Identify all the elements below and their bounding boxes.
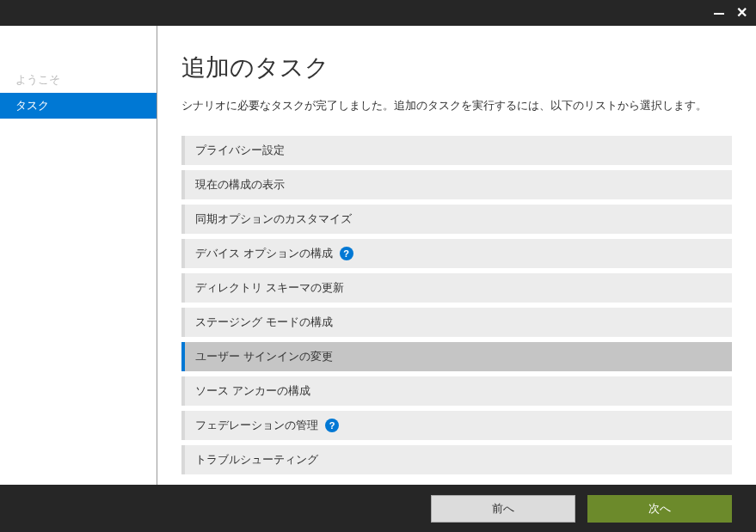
task-item-0[interactable]: プライバシー設定 — [181, 136, 732, 165]
task-item-label: ソース アンカーの構成 — [195, 383, 310, 399]
help-icon[interactable]: ? — [340, 247, 353, 260]
page-description: シナリオに必要なタスクが完了しました。追加のタスクを実行するには、以下のリストか… — [181, 98, 732, 113]
task-item-1[interactable]: 現在の構成の表示 — [181, 170, 732, 199]
task-item-6[interactable]: ユーザー サインインの変更 — [181, 342, 732, 371]
back-button[interactable]: 前へ — [431, 495, 575, 523]
task-item-4[interactable]: ディレクトリ スキーマの更新 — [181, 273, 732, 303]
task-item-5[interactable]: ステージング モードの構成 — [181, 308, 732, 337]
content: 追加のタスク シナリオに必要なタスクが完了しました。追加のタスクを実行するには、… — [157, 26, 756, 485]
task-item-3[interactable]: デバイス オプションの構成? — [181, 239, 732, 268]
sidebar-item-0[interactable]: ようこそ — [0, 67, 157, 93]
task-item-9[interactable]: トラブルシューティング — [181, 445, 732, 474]
minimize-button[interactable] — [714, 6, 724, 20]
sidebar-item-1[interactable]: タスク — [0, 93, 157, 119]
task-item-label: トラブルシューティング — [195, 452, 318, 468]
next-button[interactable]: 次へ — [587, 495, 732, 523]
close-button[interactable]: ✕ — [736, 6, 747, 20]
task-item-label: ユーザー サインインの変更 — [195, 349, 333, 364]
task-item-label: デバイス オプションの構成 — [195, 246, 333, 261]
task-item-7[interactable]: ソース アンカーの構成 — [181, 376, 732, 406]
task-item-label: ステージング モードの構成 — [195, 315, 333, 330]
minimize-icon — [714, 13, 724, 15]
task-item-label: ディレクトリ スキーマの更新 — [195, 280, 344, 296]
task-item-label: 現在の構成の表示 — [195, 177, 285, 193]
task-list: プライバシー設定現在の構成の表示同期オプションのカスタマイズデバイス オプション… — [181, 136, 732, 474]
sidebar: ようこそタスク — [0, 26, 157, 485]
task-item-8[interactable]: フェデレーションの管理? — [181, 411, 732, 440]
footer: 前へ 次へ — [0, 485, 756, 532]
task-item-label: フェデレーションの管理 — [195, 418, 318, 433]
task-item-2[interactable]: 同期オプションのカスタマイズ — [181, 205, 732, 234]
main-container: ようこそタスク 追加のタスク シナリオに必要なタスクが完了しました。追加のタスク… — [0, 26, 756, 485]
page-title: 追加のタスク — [181, 52, 732, 84]
task-item-label: プライバシー設定 — [195, 143, 285, 158]
titlebar: ✕ — [0, 0, 756, 26]
help-icon[interactable]: ? — [325, 419, 339, 432]
task-item-label: 同期オプションのカスタマイズ — [195, 211, 352, 227]
